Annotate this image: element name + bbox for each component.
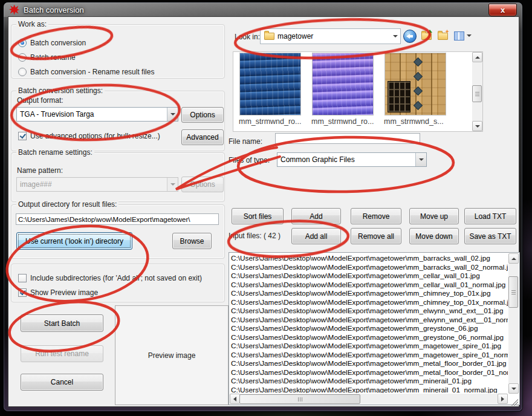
- move-down-button[interactable]: Move down: [409, 228, 459, 244]
- start-batch-button[interactable]: Start Batch: [21, 314, 103, 332]
- thumbnail-scrollbar[interactable]: [472, 52, 482, 131]
- remove-button[interactable]: Remove: [351, 208, 401, 224]
- scroll-down-button[interactable]: [472, 121, 482, 131]
- sort-files-button[interactable]: Sort files: [232, 208, 284, 224]
- files-of-type-select[interactable]: Common Graphic Files: [277, 152, 427, 167]
- new-folder-button[interactable]: [436, 29, 450, 43]
- file-name-input[interactable]: [275, 133, 420, 144]
- file-list-item[interactable]: C:\Users\James\Desktop\wow\ModelExport\m…: [230, 271, 508, 281]
- radio-batch-conversion[interactable]: Batch conversion: [18, 38, 86, 47]
- browse-button[interactable]: Browse: [172, 233, 212, 249]
- button-label: Sort files: [244, 212, 272, 221]
- button-label: Browse: [180, 237, 204, 245]
- remove-all-button[interactable]: Remove all: [351, 228, 401, 244]
- file-list-item[interactable]: C:\Users\James\Desktop\wow\ModelExport\m…: [230, 281, 508, 290]
- window-title: Batch conversion: [24, 5, 84, 15]
- radio-batch-conversion-rename[interactable]: Batch conversion - Rename result files: [18, 67, 154, 76]
- back-icon: [403, 30, 417, 43]
- scroll-up-button[interactable]: [508, 253, 519, 264]
- use-advanced-options-checkbox[interactable]: Use advanced options (for bulk resize...…: [18, 131, 160, 140]
- file-list-item[interactable]: C:\Users\James\Desktop\wow\ModelExport\m…: [230, 359, 508, 368]
- use-current-directory-button[interactable]: Use current ('look in') directory: [16, 232, 132, 250]
- file-list-item[interactable]: C:\Users\James\Desktop\wow\ModelExport\m…: [230, 351, 508, 360]
- output-format-label: Output format:: [17, 96, 63, 105]
- file-list-item[interactable]: C:\Users\James\Desktop\wow\ModelExport\m…: [230, 307, 508, 316]
- scrollbar-thumb[interactable]: [472, 85, 482, 102]
- button-label: Start Batch: [44, 319, 80, 328]
- group-output-directory: Output directory for result files:: [11, 204, 225, 259]
- irfanview-icon: [9, 5, 19, 15]
- list-vertical-scrollbar[interactable]: [508, 253, 519, 394]
- scroll-down-button[interactable]: [508, 383, 519, 394]
- folder-icon: [264, 33, 274, 40]
- up-one-level-button[interactable]: [420, 29, 433, 43]
- advanced-button[interactable]: Advanced: [181, 129, 224, 145]
- chevron-down-icon[interactable]: [415, 153, 426, 166]
- back-button[interactable]: [403, 29, 417, 43]
- file-list-item[interactable]: C:\Users\James\Desktop\wow\ModelExport\m…: [230, 298, 508, 307]
- move-up-button[interactable]: Move up: [409, 208, 459, 224]
- file-list-item[interactable]: C:\Users\James\Desktop\wow\ModelExport\m…: [230, 263, 508, 272]
- file-list-item[interactable]: C:\Users\James\Desktop\wow\ModelExport\m…: [230, 333, 508, 342]
- load-txt-button[interactable]: Load TXT: [464, 208, 516, 224]
- scroll-left-button[interactable]: [230, 394, 240, 404]
- scrollbar-thumb[interactable]: [508, 276, 518, 308]
- thumbnail-item[interactable]: [240, 53, 300, 115]
- name-pattern-value: image###: [17, 180, 167, 189]
- input-files-listbox[interactable]: C:\Users\James\Desktop\wow\ModelExport\m…: [229, 252, 520, 405]
- file-list-item[interactable]: C:\Users\James\Desktop\wow\ModelExport\m…: [230, 377, 508, 386]
- thumbnail-caption: mm_strmwnd_ro...: [311, 117, 374, 126]
- look-in-select[interactable]: magetower: [260, 28, 401, 44]
- button-label: Options: [190, 111, 215, 119]
- thumbnail-item[interactable]: [385, 53, 446, 115]
- button-label: Move up: [420, 212, 448, 221]
- thumbnail-caption: mm_strmwnd_ro...: [239, 117, 302, 126]
- group-output-directory-label: Output directory for result files:: [16, 200, 118, 209]
- texture-diamond-detail: [414, 73, 422, 80]
- group-work-as-label: Work as:: [16, 20, 48, 28]
- view-menu-icon: [454, 31, 464, 41]
- file-list-item[interactable]: C:\Users\James\Desktop\wow\ModelExport\m…: [230, 316, 508, 325]
- file-list-item[interactable]: C:\Users\James\Desktop\wow\ModelExport\m…: [230, 368, 508, 377]
- titlebar[interactable]: Batch conversion: [4, 2, 522, 17]
- parent-folder-icon: [421, 33, 432, 40]
- file-list-item[interactable]: C:\Users\James\Desktop\wow\ModelExport\m…: [230, 324, 508, 333]
- view-menu-chevron-icon[interactable]: [467, 34, 472, 37]
- chevron-down-icon[interactable]: [167, 108, 178, 121]
- radio-selected-icon: [18, 39, 27, 47]
- texture-diamond-detail: [414, 102, 422, 109]
- button-label: Add: [310, 212, 322, 221]
- cancel-button[interactable]: Cancel: [21, 374, 103, 391]
- resize-grip[interactable]: [510, 398, 518, 406]
- output-directory-field[interactable]: [16, 213, 219, 225]
- file-list-item[interactable]: C:\Users\James\Desktop\wow\ModelExport\m…: [230, 254, 508, 263]
- scroll-up-button[interactable]: [472, 52, 482, 62]
- show-preview-checkbox[interactable]: Show Preview image: [18, 288, 98, 297]
- chevron-down-icon[interactable]: [390, 29, 400, 44]
- add-button[interactable]: Add: [291, 208, 341, 224]
- preview-image-panel: Preview image: [115, 305, 229, 405]
- output-format-select[interactable]: TGA - Truevision Targa: [16, 107, 178, 122]
- checkbox-label: Show Preview image: [30, 288, 98, 297]
- radio-icon: [18, 68, 27, 76]
- scroll-right-button[interactable]: [498, 394, 508, 404]
- format-options-button[interactable]: Options: [181, 107, 224, 123]
- file-list-item[interactable]: C:\Users\James\Desktop\wow\ModelExport\m…: [230, 289, 508, 298]
- thumbnail-item[interactable]: [313, 53, 373, 115]
- save-as-txt-button[interactable]: Save as TXT: [464, 228, 516, 244]
- dialog-client-area: Work as: Batch conversion Batch rename B…: [8, 17, 519, 406]
- checkbox-label: Include subdirectories (for 'Add all'; n…: [30, 274, 202, 282]
- checkbox-unchecked-icon: [18, 274, 27, 282]
- list-horizontal-scrollbar[interactable]: [230, 394, 508, 404]
- close-button[interactable]: x: [488, 4, 517, 16]
- include-subdirectories-checkbox[interactable]: Include subdirectories (for 'Add all'; n…: [18, 273, 202, 282]
- group-conversion-settings-label: Batch conversion settings:: [16, 86, 105, 95]
- file-list-item[interactable]: C:\Users\James\Desktop\wow\ModelExport\m…: [230, 342, 508, 351]
- files-of-type-value: Common Graphic Files: [277, 155, 415, 164]
- scrollbar-thumb[interactable]: [239, 394, 360, 404]
- checkbox-checked-icon: [18, 288, 27, 297]
- radio-batch-rename[interactable]: Batch rename: [18, 53, 76, 62]
- add-all-button[interactable]: Add all: [291, 228, 341, 244]
- file-list-item[interactable]: C:\Users\James\Desktop\wow\ModelExport\m…: [230, 386, 508, 394]
- view-menu-button[interactable]: [452, 29, 466, 43]
